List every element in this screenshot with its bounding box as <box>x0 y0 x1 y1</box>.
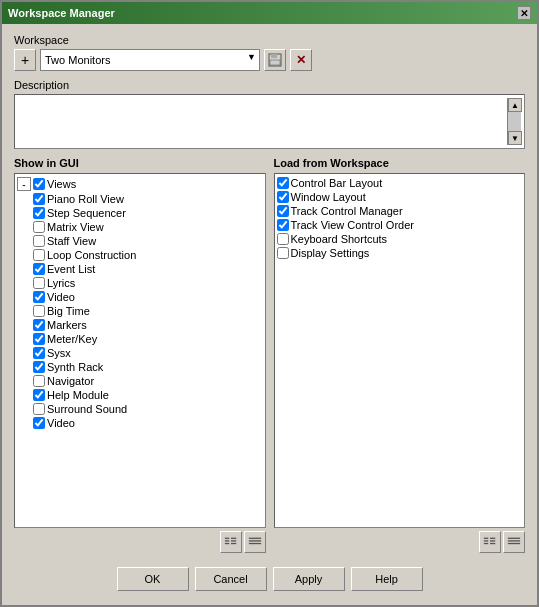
label-lfw-4: Keyboard Shortcuts <box>291 233 388 245</box>
show-in-gui-title: Show in GUI <box>14 157 266 169</box>
svg-rect-17 <box>490 543 495 544</box>
checkbox-gui-3[interactable] <box>33 235 45 247</box>
checkbox-gui-12[interactable] <box>33 361 45 373</box>
description-label: Description <box>14 79 525 91</box>
checkbox-lfw-3[interactable] <box>277 219 289 231</box>
close-button[interactable]: ✕ <box>517 6 531 20</box>
label-gui-9: Markers <box>47 319 87 331</box>
label-gui-3: Staff View <box>47 235 96 247</box>
save-workspace-button[interactable] <box>264 49 286 71</box>
svg-rect-16 <box>490 540 495 541</box>
tree-item-gui-2: Matrix View <box>33 220 263 234</box>
tree-item-gui-3: Staff View <box>33 234 263 248</box>
svg-rect-6 <box>231 538 236 539</box>
tree-item-gui-13: Navigator <box>33 374 263 388</box>
title-bar: Workspace Manager ✕ <box>2 2 537 24</box>
tree-root-views: - Views <box>17 176 263 192</box>
delete-workspace-button[interactable]: ✕ <box>290 49 312 71</box>
description-scrollbar: ▲ ▼ <box>507 98 521 145</box>
checkbox-views[interactable] <box>33 178 45 190</box>
checkbox-gui-0[interactable] <box>33 193 45 205</box>
workspace-label: Workspace <box>14 34 525 46</box>
svg-rect-7 <box>231 540 236 541</box>
show-in-gui-content[interactable]: - Views Piano Roll ViewStep SequencerMat… <box>14 173 266 528</box>
check-all-icon-2 <box>483 535 497 549</box>
svg-rect-11 <box>248 543 260 544</box>
checkbox-extra-1[interactable] <box>33 417 45 429</box>
label-gui-5: Event List <box>47 263 95 275</box>
checkbox-lfw-4[interactable] <box>277 233 289 245</box>
checkbox-lfw-1[interactable] <box>277 191 289 203</box>
checkbox-extra-0[interactable] <box>33 403 45 415</box>
label-gui-0: Piano Roll View <box>47 193 124 205</box>
checkbox-gui-11[interactable] <box>33 347 45 359</box>
checkbox-gui-7[interactable] <box>33 291 45 303</box>
tree-item-gui-9: Markers <box>33 318 263 332</box>
description-inner[interactable] <box>18 98 507 145</box>
load-check-all-btn[interactable] <box>479 531 501 553</box>
tree-item-gui-5: Event List <box>33 262 263 276</box>
lfw-item-5: Display Settings <box>277 246 523 260</box>
scroll-up-btn[interactable]: ▲ <box>508 98 522 112</box>
scroll-down-btn[interactable]: ▼ <box>508 131 522 145</box>
lfw-item-1: Window Layout <box>277 190 523 204</box>
workspace-manager-window: Workspace Manager ✕ Workspace + Two Moni… <box>0 0 539 607</box>
checkbox-gui-2[interactable] <box>33 221 45 233</box>
svg-rect-2 <box>270 60 280 65</box>
window-body: Workspace + Two Monitors Default Single … <box>2 24 537 605</box>
label-gui-1: Step Sequencer <box>47 207 126 219</box>
two-panels: Show in GUI - Views Piano Roll ViewStep … <box>14 157 525 553</box>
uncheck-all-icon-2 <box>507 535 521 549</box>
checkbox-gui-10[interactable] <box>33 333 45 345</box>
show-in-gui-footer <box>14 531 266 553</box>
label-lfw-0: Control Bar Layout <box>291 177 383 189</box>
checkbox-lfw-5[interactable] <box>277 247 289 259</box>
tree-item-gui-8: Big Time <box>33 304 263 318</box>
checkbox-gui-4[interactable] <box>33 249 45 261</box>
delete-icon: ✕ <box>296 53 306 67</box>
workspace-section: Workspace + Two Monitors Default Single … <box>14 34 525 71</box>
tree-toggle-views[interactable]: - <box>17 177 31 191</box>
show-in-gui-panel: Show in GUI - Views Piano Roll ViewStep … <box>14 157 266 553</box>
workspace-select[interactable]: Two Monitors Default Single Monitor <box>40 49 260 71</box>
svg-rect-18 <box>508 538 520 539</box>
load-from-workspace-content[interactable]: Control Bar LayoutWindow LayoutTrack Con… <box>274 173 526 528</box>
cancel-button[interactable]: Cancel <box>195 567 267 591</box>
label-gui-14: Help Module <box>47 389 109 401</box>
workspace-row: + Two Monitors Default Single Monitor <box>14 49 525 71</box>
checkbox-lfw-2[interactable] <box>277 205 289 217</box>
apply-button[interactable]: Apply <box>273 567 345 591</box>
checkbox-gui-5[interactable] <box>33 263 45 275</box>
lfw-item-3: Track View Control Order <box>277 218 523 232</box>
check-all-icon <box>224 535 238 549</box>
ok-button[interactable]: OK <box>117 567 189 591</box>
label-extra-0: Surround Sound <box>47 403 127 415</box>
load-uncheck-all-btn[interactable] <box>503 531 525 553</box>
load-from-workspace-title: Load from Workspace <box>274 157 526 169</box>
checkbox-gui-6[interactable] <box>33 277 45 289</box>
tree-item-gui-11: Sysx <box>33 346 263 360</box>
checkbox-gui-14[interactable] <box>33 389 45 401</box>
help-button[interactable]: Help <box>351 567 423 591</box>
label-gui-4: Loop Construction <box>47 249 136 261</box>
checkbox-lfw-0[interactable] <box>277 177 289 189</box>
label-gui-2: Matrix View <box>47 221 104 233</box>
add-workspace-button[interactable]: + <box>14 49 36 71</box>
checkbox-gui-13[interactable] <box>33 375 45 387</box>
tree-item-extra-1: Video <box>33 416 263 430</box>
lfw-item-4: Keyboard Shortcuts <box>277 232 523 246</box>
tree-item-gui-7: Video <box>33 290 263 304</box>
load-from-workspace-footer <box>274 531 526 553</box>
checkbox-gui-8[interactable] <box>33 305 45 317</box>
show-gui-uncheck-all-btn[interactable] <box>244 531 266 553</box>
checkbox-gui-9[interactable] <box>33 319 45 331</box>
svg-rect-20 <box>508 543 520 544</box>
checkbox-gui-1[interactable] <box>33 207 45 219</box>
label-lfw-3: Track View Control Order <box>291 219 414 231</box>
workspace-select-wrapper: Two Monitors Default Single Monitor <box>40 49 260 71</box>
tree-item-gui-10: Meter/Key <box>33 332 263 346</box>
show-gui-check-all-btn[interactable] <box>220 531 242 553</box>
load-from-workspace-panel: Load from Workspace Control Bar LayoutWi… <box>274 157 526 553</box>
save-icon <box>268 53 282 67</box>
load-from-workspace-items: Control Bar LayoutWindow LayoutTrack Con… <box>277 176 523 260</box>
